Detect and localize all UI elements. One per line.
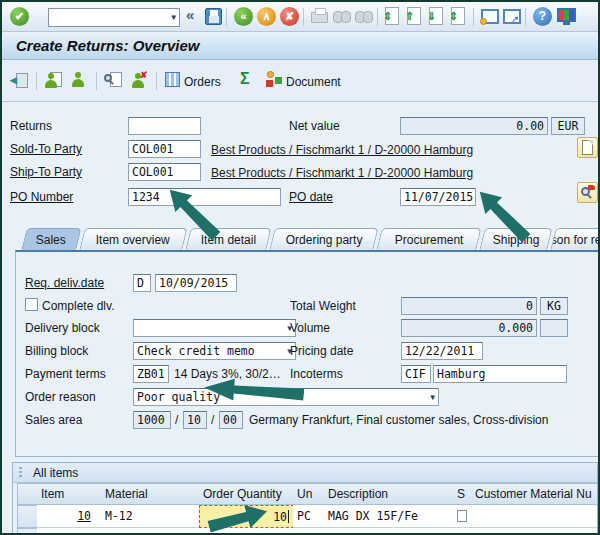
col-selector[interactable] bbox=[17, 483, 38, 505]
text-cursor bbox=[288, 510, 289, 523]
sales-area-separator: / bbox=[211, 413, 214, 427]
col-material[interactable]: Material bbox=[101, 483, 200, 505]
incoterms-code-input[interactable]: CIF bbox=[401, 365, 431, 383]
cell-order-quantity[interactable]: 10 bbox=[199, 505, 294, 528]
cell-order-quantity[interactable] bbox=[199, 528, 294, 535]
save-icon[interactable] bbox=[205, 8, 222, 25]
toolbar-divider bbox=[377, 8, 378, 26]
command-dropdown-icon[interactable]: ▼ bbox=[171, 13, 176, 22]
col-s[interactable]: S bbox=[453, 483, 472, 505]
next-page-icon[interactable]: ⇓ bbox=[429, 7, 443, 25]
req-deliv-date-label: Req. deliv.date bbox=[25, 276, 104, 290]
tab-shipping[interactable]: Shipping bbox=[479, 228, 552, 250]
returns-label: Returns bbox=[10, 119, 52, 133]
cell-description[interactable] bbox=[324, 528, 454, 535]
cell-material[interactable] bbox=[101, 528, 200, 535]
find-icon[interactable] bbox=[333, 11, 350, 22]
cell-description[interactable]: MAG DX 15F/Fe bbox=[324, 505, 454, 528]
col-order-quantity[interactable]: Order Quantity bbox=[199, 483, 294, 505]
toolbar-divider bbox=[36, 72, 37, 90]
payment-terms-code-input[interactable]: ZB01 bbox=[133, 365, 169, 383]
col-item[interactable]: Item bbox=[37, 483, 102, 505]
orders-button[interactable]: Orders bbox=[184, 75, 221, 89]
req-deliv-date-input[interactable]: 10/09/2015 bbox=[155, 274, 237, 292]
first-page-icon[interactable]: ⇕ bbox=[385, 7, 399, 25]
net-value-label: Net value bbox=[289, 119, 340, 133]
search-header-button[interactable] bbox=[577, 182, 598, 203]
ship-to-party-input[interactable]: COL001 bbox=[128, 163, 201, 181]
cell-customer-material[interactable] bbox=[471, 528, 598, 535]
sold-to-party-input[interactable]: COL001 bbox=[128, 140, 201, 158]
toolbar-divider bbox=[96, 72, 97, 90]
incoterms-label: Incoterms bbox=[290, 367, 343, 381]
exit-door-icon[interactable] bbox=[16, 73, 28, 88]
po-date-input[interactable]: 11/07/2015 bbox=[400, 188, 476, 206]
sum-icon[interactable]: Σ bbox=[240, 70, 250, 88]
ship-to-party-link[interactable]: Best Products / Fischmarkt 1 / D-20000 H… bbox=[211, 166, 473, 180]
all-items-header: All items bbox=[13, 463, 597, 483]
pricing-date-input[interactable]: 12/22/2011 bbox=[401, 342, 483, 360]
tab-procurement[interactable]: Procurement bbox=[376, 228, 481, 250]
billing-block-select[interactable]: Check credit memo ▼ bbox=[133, 342, 296, 360]
create-shortcut-icon[interactable]: ↗ bbox=[503, 9, 521, 24]
system-toolbar: ✔ ▼ « « ∧ ✘ ⇕ ⇑ ⇓ ⇕ ↗ ? bbox=[2, 2, 598, 32]
exit-icon[interactable]: ∧ bbox=[257, 7, 276, 26]
orders-table-icon[interactable] bbox=[165, 72, 180, 87]
command-field[interactable]: ▼ bbox=[48, 8, 180, 27]
incoterms-location-input[interactable]: Hamburg bbox=[433, 365, 567, 383]
sales-area-separator: / bbox=[175, 413, 178, 427]
collapse-toolbar-icon[interactable]: « bbox=[186, 6, 194, 23]
col-customer-material[interactable]: Customer Material Nu bbox=[471, 483, 598, 505]
ship-to-party-label: Ship-To Party bbox=[10, 165, 82, 179]
toolbar-divider bbox=[156, 72, 157, 90]
document-button[interactable]: Document bbox=[286, 75, 341, 89]
cancel-icon[interactable]: ✘ bbox=[280, 7, 299, 26]
back-icon[interactable]: « bbox=[234, 7, 253, 26]
order-reason-select[interactable]: Poor quality ▼ bbox=[133, 388, 439, 406]
page-title: Create Returns: Overview bbox=[16, 37, 199, 54]
new-session-icon[interactable] bbox=[481, 9, 499, 24]
complete-dlv-checkbox[interactable] bbox=[25, 298, 38, 311]
toolbar-divider bbox=[303, 8, 304, 26]
tab-item-detail[interactable]: Item detail bbox=[185, 228, 271, 250]
all-items-grid: All items Item Material Order Quantity U… bbox=[12, 462, 598, 535]
new-document-button[interactable] bbox=[577, 137, 598, 158]
sales-org-field: 1000 bbox=[133, 411, 171, 429]
row-selector[interactable] bbox=[17, 528, 38, 535]
col-description[interactable]: Description bbox=[324, 483, 454, 505]
row-selector[interactable] bbox=[17, 505, 38, 528]
cell-item[interactable]: 10 bbox=[37, 505, 102, 528]
print-icon[interactable] bbox=[311, 12, 328, 23]
volume-unit-field bbox=[540, 319, 568, 337]
po-number-input[interactable]: 1234 bbox=[128, 188, 281, 206]
col-un[interactable]: Un bbox=[293, 483, 325, 505]
find-next-icon[interactable] bbox=[355, 11, 372, 22]
req-deliv-type-input[interactable]: D bbox=[133, 274, 151, 292]
tab-ordering-party[interactable]: Ordering party bbox=[269, 228, 378, 250]
all-items-title: All items bbox=[33, 466, 78, 480]
previous-page-icon[interactable]: ⇑ bbox=[407, 7, 421, 25]
cell-material[interactable]: M-12 bbox=[101, 505, 200, 528]
help-icon[interactable]: ? bbox=[533, 7, 552, 26]
delivery-block-select[interactable]: ▼ bbox=[133, 319, 296, 337]
sold-to-party-link[interactable]: Best Products / Fischmarkt 1 / D-20000 H… bbox=[211, 143, 473, 157]
payment-terms-text: 14 Days 3%, 30/2… bbox=[174, 367, 281, 381]
total-weight-label: Total Weight bbox=[290, 299, 356, 313]
last-page-icon[interactable]: ⇕ bbox=[451, 7, 465, 25]
cell-un[interactable]: PC bbox=[293, 505, 325, 528]
billing-block-label: Billing block bbox=[25, 344, 88, 358]
cell-customer-material[interactable] bbox=[471, 505, 598, 528]
tab-item-overview[interactable]: Item overview bbox=[79, 228, 187, 250]
cell-item[interactable] bbox=[37, 528, 102, 535]
returns-input[interactable] bbox=[128, 117, 201, 135]
tab-reason-for-rejection[interactable]: Reason for rejection bbox=[550, 228, 600, 250]
layout-menu-icon[interactable] bbox=[557, 8, 576, 22]
customer-icon[interactable] bbox=[72, 72, 85, 87]
reject-x-icon: ✘ bbox=[140, 70, 148, 80]
currency-field: EUR bbox=[551, 117, 585, 135]
document-flow-icon[interactable] bbox=[266, 71, 282, 87]
tab-sales[interactable]: Sales bbox=[21, 228, 81, 250]
enter-icon[interactable]: ✔ bbox=[10, 7, 29, 26]
cell-un[interactable] bbox=[293, 528, 325, 535]
s-checkbox[interactable] bbox=[457, 510, 467, 522]
